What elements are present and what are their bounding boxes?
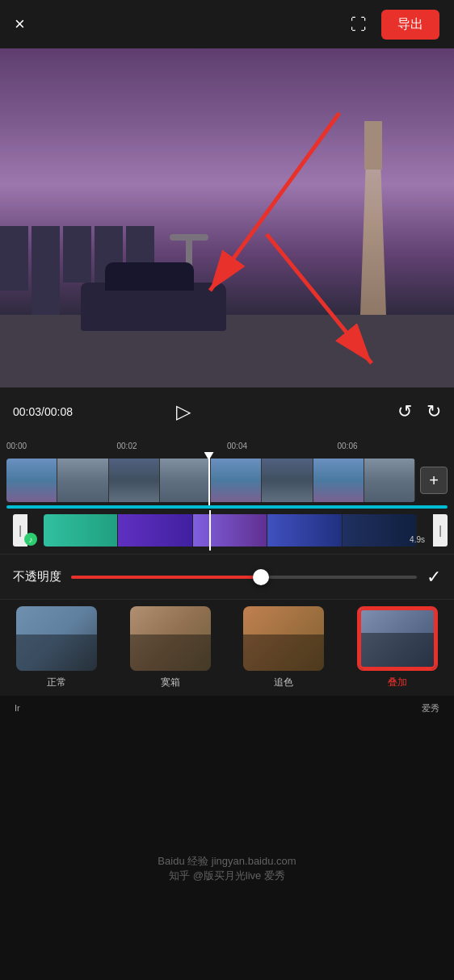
bottom-nav-right: 爱秀 xyxy=(422,702,439,714)
close-button[interactable]: × xyxy=(15,14,25,35)
thumb-1 xyxy=(6,459,57,502)
timeline-area: 00:00 00:02 00:04 00:06 + | xyxy=(0,436,454,554)
bottom-nav-left: Ir xyxy=(15,703,20,713)
video-preview xyxy=(0,48,454,387)
watermark: Baidu 经验 jingyan.baidu.com 知乎 @版买月光live … xyxy=(158,854,296,883)
filter-city-overlay xyxy=(130,634,211,671)
track-thumbnails xyxy=(6,459,415,502)
filter-item-normal[interactable]: 正常 xyxy=(0,606,114,696)
ruler-mark-2: 00:04 xyxy=(227,442,338,450)
sub-playhead xyxy=(209,510,211,551)
filter-label-overlay: 叠加 xyxy=(388,676,407,689)
filter-bar: 正常 寞箱 追色 叠加 xyxy=(0,599,454,696)
playhead[interactable] xyxy=(208,455,210,505)
fullscreen-icon[interactable]: ⛶ xyxy=(351,15,367,34)
sub-track-duration: 4.9s xyxy=(410,535,425,544)
ruler-mark-0: 00:00 xyxy=(6,442,117,450)
add-clip-button[interactable]: + xyxy=(420,467,448,494)
thumb-3 xyxy=(109,459,160,502)
sub-thumb-4 xyxy=(267,514,342,547)
filter-city-overlay xyxy=(16,634,97,671)
top-bar-right: ⛶ 导出 xyxy=(351,10,439,40)
sub-thumb-5 xyxy=(343,514,417,547)
opacity-slider[interactable] xyxy=(71,576,417,579)
thumb-5 xyxy=(211,459,262,502)
filter-label-nostalgia: 寞箱 xyxy=(161,676,180,689)
filter-thumb-nostalgia xyxy=(130,606,211,671)
time-ruler: 00:00 00:02 00:04 00:06 xyxy=(0,436,454,455)
sub-thumb-3 xyxy=(193,514,267,547)
main-video-track[interactable]: + xyxy=(0,455,454,505)
filter-label-normal: 正常 xyxy=(47,676,66,689)
controls-bar: 00:03/00:08 ▷ ↺ ↻ xyxy=(0,387,454,436)
filter-item-color[interactable]: 追色 xyxy=(227,606,341,696)
opacity-slider-fill xyxy=(71,576,261,579)
play-button[interactable]: ▷ xyxy=(176,400,191,423)
top-bar: × ⛶ 导出 xyxy=(0,0,454,48)
thumb-2 xyxy=(57,459,108,502)
filter-thumb-normal xyxy=(16,606,97,671)
bottom-nav: Ir 爱秀 xyxy=(0,696,454,720)
filter-item-overlay[interactable]: 叠加 xyxy=(341,606,455,696)
sub-thumb-2 xyxy=(118,514,192,547)
thumb-6 xyxy=(262,459,313,502)
thumb-7 xyxy=(313,459,364,502)
video-background xyxy=(0,48,454,387)
active-filter-border xyxy=(359,608,436,669)
filter-thumb-overlay xyxy=(357,606,438,671)
thumb-4 xyxy=(160,459,211,502)
opacity-label: 不透明度 xyxy=(13,569,61,584)
opacity-slider-thumb[interactable] xyxy=(253,569,269,585)
sub-track-thumbnails xyxy=(44,514,417,547)
sub-track: | | ♪ 4.9s xyxy=(0,510,454,551)
export-button[interactable]: 导出 xyxy=(381,10,439,40)
filter-label-color: 追色 xyxy=(274,676,293,689)
undo-redo-controls: ↺ ↻ xyxy=(397,401,441,422)
sub-thumb-1 xyxy=(44,514,118,547)
progress-bar xyxy=(6,505,448,509)
filter-thumb-color xyxy=(243,606,324,671)
time-display: 00:03/00:08 xyxy=(13,405,73,418)
confirm-button[interactable]: ✓ xyxy=(427,567,441,588)
ruler-mark-3: 00:06 xyxy=(338,442,448,450)
filter-city-overlay xyxy=(243,634,324,671)
filter-item-nostalgia[interactable]: 寞箱 xyxy=(114,606,228,696)
ruler-mark-1: 00:02 xyxy=(117,442,228,450)
undo-button[interactable]: ↺ xyxy=(397,401,412,422)
redo-button[interactable]: ↻ xyxy=(427,401,441,422)
thumb-8 xyxy=(364,459,415,502)
sub-track-icon: ♪ xyxy=(24,533,37,546)
sub-track-handle-right[interactable]: | xyxy=(433,514,448,547)
color-tint xyxy=(0,48,454,387)
opacity-row: 不透明度 ✓ xyxy=(0,554,454,599)
ruler-marks: 00:00 00:02 00:04 00:06 xyxy=(6,442,448,450)
